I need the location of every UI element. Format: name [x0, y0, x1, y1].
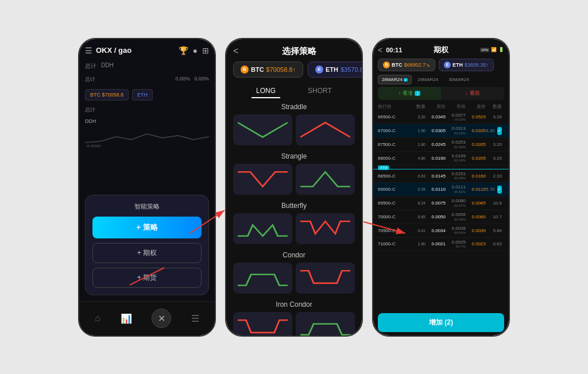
battery-icon: 🔋: [498, 47, 504, 52]
mkt-70500: 0.0038: [446, 226, 466, 232]
date-badge: 2: [404, 78, 408, 82]
p3-eth-tab[interactable]: E ETH $3605.35↑: [439, 59, 494, 71]
check-67000: ✓: [497, 127, 502, 135]
iron-condor-charts: [233, 312, 355, 336]
wifi-icon: 📶: [491, 47, 497, 52]
sqty-70000: 10.7: [493, 214, 502, 219]
add-button[interactable]: 增加 (2): [378, 313, 504, 332]
btc-price: $70058.8↑: [266, 66, 296, 73]
phone-2: < 选择策略 B BTC $70058.8↑ E ETH $3570.83↑: [225, 38, 363, 337]
row-70500[interactable]: 70500-C 0.41 0.0034 0.003864.94% 0.0039 …: [373, 224, 509, 238]
qty-70000: 8.85: [417, 215, 425, 219]
close-button[interactable]: ✕: [152, 309, 171, 328]
btc-tab[interactable]: B BTC $70058.8↑: [233, 61, 303, 78]
strike-67500: 67500-C: [378, 142, 396, 147]
eth-tab[interactable]: E ETH $3570.83↑: [308, 61, 363, 78]
condor-name: Condor: [233, 251, 355, 259]
buy-66500: 0.0345: [432, 114, 446, 119]
tab-total[interactable]: 总计: [85, 61, 96, 71]
strategy-list: Straddle: [226, 103, 362, 336]
row-67500[interactable]: 67500-C 1.80 0.0245 0.025362.99% 0.0265 …: [373, 138, 509, 152]
p3-btc-tab[interactable]: B BTC $68902.7↘: [378, 59, 435, 71]
modal-title: 智能策略: [92, 202, 202, 211]
trophy-icon[interactable]: 🏆: [179, 46, 188, 55]
sell-69500: 0.0085: [472, 201, 486, 206]
qty-69500: 8.24: [417, 201, 425, 205]
btc-name: BTC: [251, 66, 264, 73]
options-rows: 66500-C 3.20 0.0345 0.037774.02% 0.0525 …: [373, 111, 509, 310]
row-69000[interactable]: 69000-C 0.39 0.0110 0.011165.92% 0.0115 …: [373, 183, 509, 196]
butterfly-long-chart[interactable]: [233, 213, 292, 244]
btc-button[interactable]: BTC $70058.8: [85, 89, 129, 101]
atm-label: ATM: [378, 165, 389, 170]
list-icon[interactable]: ☰: [191, 313, 199, 324]
qty-66500: 3.20: [417, 115, 425, 119]
p3-btc-price: $68902.7↘: [404, 62, 431, 68]
strategy-button[interactable]: + 策略: [92, 217, 202, 238]
straddle-charts: [233, 114, 355, 145]
chart-icon[interactable]: 📊: [121, 313, 132, 324]
sqty-69500: 10.8: [493, 201, 502, 206]
sell-67500: 0.0265: [472, 142, 486, 147]
options-button[interactable]: + 期权: [92, 243, 202, 263]
header-sell: 卖价: [466, 103, 486, 110]
arrow-down-icon: ↓: [465, 90, 468, 96]
row-70000[interactable]: 70000-C 8.85 0.0050 0.005663.48% 0.0060 …: [373, 210, 509, 224]
tab-ddh[interactable]: DDH: [101, 61, 114, 71]
condor-short-chart[interactable]: [296, 263, 355, 294]
menu-icon[interactable]: ☰: [85, 46, 92, 55]
p3-coin-tabs: B BTC $68902.7↘ E ETH $3605.35↑: [373, 59, 509, 75]
grid-icon[interactable]: ⊞: [202, 46, 209, 55]
mkt-69000: 0.0111: [446, 184, 466, 190]
phone-1: ☰ OKX / gao 🏆 ● ⊞ 总计 DDH 总计 0.00% 0.00%: [78, 38, 216, 337]
p3-title: 期权: [405, 45, 476, 55]
short-tab[interactable]: SHORT: [303, 84, 336, 98]
row-68500[interactable]: ATM 68500-C 6.63 0.0145 0.015163.48% 0.0…: [373, 169, 509, 183]
check-69000: ✓: [497, 186, 502, 194]
home-icon[interactable]: ⌂: [95, 313, 100, 323]
condor-charts: [233, 263, 355, 294]
row-66500[interactable]: 66500-C 3.20 0.0345 0.037774.02% 0.0525 …: [373, 111, 509, 125]
strike-70500: 70500-C: [378, 228, 396, 233]
buy-67000: 0.0305: [432, 128, 446, 133]
header-strike: 执行价: [378, 103, 409, 110]
futures-button[interactable]: + 期货: [92, 268, 202, 288]
p3-btc-name: BTC: [392, 62, 403, 68]
row-68000[interactable]: 68000-C 4.80 0.0190 0.019962.26% 0.0205 …: [373, 152, 509, 165]
eth-button[interactable]: ETH: [132, 89, 153, 101]
strangle-long-chart[interactable]: [233, 164, 292, 195]
condor-long-chart[interactable]: [233, 263, 292, 294]
date-tab-29mar[interactable]: 29MAR24: [414, 75, 443, 84]
strangle-short-chart[interactable]: [296, 164, 355, 195]
bear-tab[interactable]: ↓ 看跌: [441, 87, 504, 100]
sqty-66500: 3.20: [493, 114, 502, 119]
buy-70500: 0.0034: [432, 228, 446, 233]
dot-icon[interactable]: ●: [193, 46, 198, 55]
stats-right: 0.00% 0.00%: [175, 76, 209, 83]
back-button[interactable]: <: [233, 46, 238, 56]
buy-68000: 0.0190: [432, 156, 446, 161]
bull-tab[interactable]: ↑ 看涨 1: [378, 87, 441, 100]
sell-71000: 0.0023: [472, 241, 486, 246]
straddle-long-chart[interactable]: [233, 114, 292, 145]
long-tab[interactable]: LONG: [252, 84, 280, 98]
sqty-69000: 5.70: [486, 187, 495, 192]
eth-price: $3570.83↑: [341, 66, 363, 73]
date-tab-28mar[interactable]: 28MAR24 2: [378, 75, 412, 84]
p3-sentiment-tabs: ↑ 看涨 1 ↓ 看跌: [378, 87, 504, 100]
iron-condor-long-chart[interactable]: [233, 312, 292, 336]
row-69500[interactable]: 69500-C 8.24 0.0075 0.008063.97% 0.0085 …: [373, 196, 509, 210]
row-71000[interactable]: 71000-C 1.90 0.0021 0.002564.7% 0.0023 0…: [373, 238, 509, 252]
mkt-67000: 0.0313: [446, 126, 466, 132]
sell-67000: 0.0335: [472, 128, 486, 133]
butterfly-short-chart[interactable]: [296, 213, 355, 244]
btc-icon: B: [241, 65, 249, 74]
date-tab-30mar[interactable]: 30MAR24: [444, 75, 473, 84]
iron-condor-short-chart[interactable]: [296, 312, 355, 336]
straddle-short-chart[interactable]: [296, 114, 355, 145]
p3-back-button[interactable]: <: [378, 45, 382, 55]
coin-tabs: B BTC $70058.8↑ E ETH $3570.83↑: [226, 61, 362, 82]
strangle-item: Strangle: [233, 152, 355, 195]
strike-71000: 71000-C: [378, 241, 396, 246]
row-67000[interactable]: 67000-C 1.90 0.0305 0.031363.23% 0.0335 …: [373, 124, 509, 138]
